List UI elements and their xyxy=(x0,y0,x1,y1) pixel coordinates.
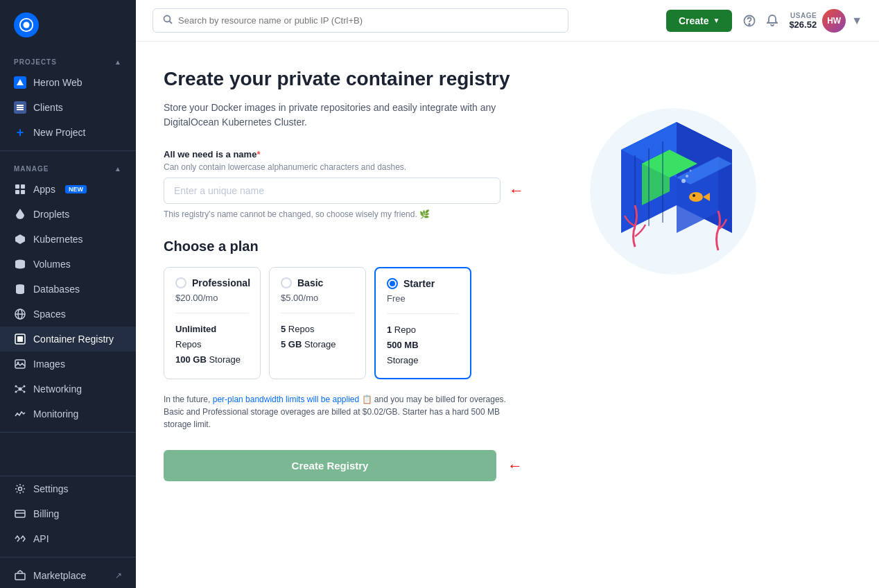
plan-features: 5 Repos5 GB Storage xyxy=(281,322,354,352)
sidebar-item-clients[interactable]: Clients xyxy=(0,95,136,120)
notifications-button[interactable] xyxy=(767,15,778,27)
bandwidth-link[interactable]: per-plan bandwidth limits will be applie… xyxy=(213,395,359,404)
sidebar-item-label: New Project xyxy=(33,127,85,138)
sidebar-item-new-project[interactable]: + New Project xyxy=(0,120,136,145)
svg-point-1 xyxy=(23,21,29,28)
plan-divider xyxy=(281,313,354,313)
sidebar-item-databases[interactable]: Databases xyxy=(0,277,136,302)
svg-marker-2 xyxy=(17,79,24,85)
search-box[interactable] xyxy=(153,8,568,33)
volumes-icon xyxy=(14,258,26,270)
required-indicator: * xyxy=(256,149,260,159)
sidebar-item-label: Apps xyxy=(33,184,55,195)
plan-card-starter[interactable]: Starter Free 1 Repo500 MBStorage xyxy=(374,267,471,379)
new-badge: NEW xyxy=(65,185,87,193)
plan-divider xyxy=(175,313,249,313)
clients-icon xyxy=(14,101,26,114)
sidebar-divider-2 xyxy=(0,432,136,433)
create-caret-icon: ▼ xyxy=(713,17,720,24)
svg-point-33 xyxy=(19,487,22,491)
input-arrow-indicator: ← xyxy=(509,182,524,200)
create-btn-arrow-indicator: ← xyxy=(507,457,523,475)
svg-point-52 xyxy=(689,192,703,202)
spaces-icon xyxy=(14,308,26,320)
sidebar-item-volumes[interactable]: Volumes xyxy=(0,252,136,277)
search-icon xyxy=(163,15,173,26)
kubernetes-icon xyxy=(14,233,26,245)
create-registry-button[interactable]: Create Registry xyxy=(164,450,496,481)
sidebar-item-label: Droplets xyxy=(33,209,69,220)
page-description: Store your Docker images in private repo… xyxy=(164,101,524,130)
sidebar-item-images[interactable]: Images xyxy=(0,352,136,377)
svg-rect-9 xyxy=(21,190,25,194)
plan-name: Starter xyxy=(403,278,435,289)
svg-marker-10 xyxy=(15,234,25,244)
radio-basic xyxy=(281,277,292,288)
choose-plan-title: Choose a plan xyxy=(164,239,524,254)
svg-point-37 xyxy=(164,16,171,22)
help-button[interactable] xyxy=(743,15,756,27)
sidebar-bottom: Settings Billing API Marketplace ↗ xyxy=(0,476,136,588)
name-sublabel: Can only contain lowercase alphanumeric … xyxy=(164,162,524,172)
sidebar-item-label: Monitoring xyxy=(33,408,78,420)
sidebar-item-label: Container Registry xyxy=(33,334,114,345)
sidebar-item-label: Volumes xyxy=(33,259,71,270)
svg-rect-34 xyxy=(15,510,25,517)
sidebar-item-kubernetes[interactable]: Kubernetes xyxy=(0,227,136,252)
sidebar-item-label: Settings xyxy=(33,483,69,494)
droplets-icon xyxy=(14,208,26,220)
sidebar-item-settings[interactable]: Settings xyxy=(0,476,136,501)
sidebar-item-droplets[interactable]: Droplets xyxy=(0,202,136,227)
manage-section-label: MANAGE ▲ xyxy=(0,157,136,177)
header: Create ▼ USAGE $26.52 HW ▼ xyxy=(136,0,879,42)
registry-name-input[interactable] xyxy=(164,178,501,204)
avatar[interactable]: HW xyxy=(822,9,846,33)
projects-chevron-icon: ▲ xyxy=(114,58,122,66)
sidebar-item-billing[interactable]: Billing xyxy=(0,501,136,526)
sidebar-item-label: Images xyxy=(33,358,65,370)
create-button[interactable]: Create ▼ xyxy=(666,10,733,32)
header-actions: Create ▼ USAGE $26.52 HW ▼ xyxy=(666,9,862,33)
plan-card-professional[interactable]: Professional $20.00/mo UnlimitedRepos100… xyxy=(164,267,261,379)
radio-dot xyxy=(390,281,395,286)
sidebar-item-networking[interactable]: Networking xyxy=(0,377,136,401)
user-section: USAGE $26.52 HW ▼ xyxy=(789,9,862,33)
search-input[interactable] xyxy=(178,15,558,26)
sidebar-item-heron-web[interactable]: Heron Web xyxy=(0,70,136,95)
sidebar-item-monitoring[interactable]: Monitoring xyxy=(0,401,136,426)
page-title: Create your private container registry xyxy=(164,67,524,91)
svg-rect-7 xyxy=(21,184,25,189)
svg-rect-21 xyxy=(17,336,23,342)
sidebar-divider-3 xyxy=(0,557,136,557)
sidebar-item-api[interactable]: API xyxy=(0,526,136,551)
plan-name: Professional xyxy=(192,277,250,288)
plan-features: 1 Repo500 MBStorage xyxy=(387,322,459,368)
plan-features: UnlimitedRepos100 GB Storage xyxy=(175,322,249,368)
svg-point-54 xyxy=(693,194,695,197)
sidebar-item-spaces[interactable]: Spaces xyxy=(0,302,136,327)
sidebar-item-label: Networking xyxy=(33,383,82,395)
sidebar-item-apps[interactable]: Apps NEW xyxy=(0,177,136,202)
sidebar-item-marketplace[interactable]: Marketplace ↗ xyxy=(0,563,136,588)
sidebar-item-label: Databases xyxy=(33,284,80,295)
svg-point-55 xyxy=(681,179,686,183)
billing-note: In the future, per-plan bandwidth limits… xyxy=(164,393,524,431)
plan-card-basic[interactable]: Basic $5.00/mo 5 Repos5 GB Storage xyxy=(269,267,366,379)
content-left: Create your private container registry S… xyxy=(164,67,524,563)
user-dropdown-icon[interactable]: ▼ xyxy=(851,15,862,27)
manage-chevron-icon: ▲ xyxy=(114,165,122,173)
plus-icon: + xyxy=(14,126,26,139)
plan-price: Free xyxy=(387,293,459,304)
svg-rect-6 xyxy=(15,184,19,189)
projects-section-label: PROJECTS ▲ xyxy=(0,50,136,70)
create-button-row: Create Registry ← xyxy=(164,450,524,481)
api-icon xyxy=(14,533,26,545)
plan-price: $5.00/mo xyxy=(281,293,354,303)
svg-line-38 xyxy=(170,21,173,24)
logo-icon xyxy=(14,12,39,37)
sidebar-item-label: Heron Web xyxy=(33,77,82,88)
svg-point-40 xyxy=(749,24,751,25)
plan-price: $20.00/mo xyxy=(175,293,249,303)
sidebar-item-container-registry[interactable]: Container Registry xyxy=(0,327,136,352)
logo[interactable] xyxy=(0,0,136,50)
